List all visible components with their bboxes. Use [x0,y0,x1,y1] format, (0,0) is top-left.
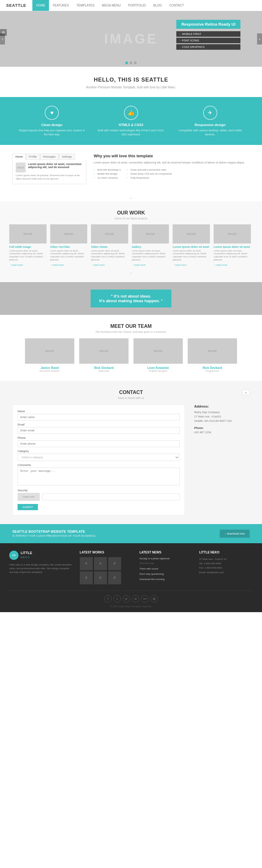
hero-dot-3[interactable] [134,61,137,64]
why-tab-profile[interactable]: Profile [26,154,40,160]
nav-item-home[interactable]: HOME [32,0,49,11]
navbar-brand[interactable]: SEATTLE [6,3,26,8]
contact-inner: Name Email Phone Category Select a categ… [12,404,250,516]
team-grid: IMAGE Janice Rand Executive Director IMA… [12,338,250,372]
work-readmore-6[interactable]: →read more [214,264,227,266]
footer-work-thumb-1[interactable]: A [80,557,93,570]
phone-title: Phone: [194,427,250,430]
comments-textarea[interactable] [17,468,180,486]
navbar-nav: HOME FEATURES TEMPLATES MEGA MENU PORTFO… [32,0,187,11]
hero-feature-css3[interactable]: ›CSS3 GRAPHICS [176,44,240,50]
team-name-3[interactable]: Leon Kowalski [134,366,183,370]
contact-up-btn[interactable]: ▲ [242,390,250,395]
work-image-5: IMAGE [173,224,210,244]
why-right: Why you will love this template Lorem ip… [94,154,250,184]
nav-item-templates[interactable]: TEMPLATES [73,0,98,11]
hero-dot-1[interactable] [125,61,128,64]
address-title: Address: [194,404,250,408]
hero-left-arrow[interactable]: ‹ [0,33,5,44]
feature-icon-plane: ✈ [203,106,217,120]
team-name-4[interactable]: Rick Deckard [188,366,237,370]
work-readmore-5[interactable]: →read more [173,264,186,266]
security-input[interactable] [42,494,180,500]
phone-input[interactable] [17,440,180,447]
work-grid: IMAGE Full width image Lorem ipsum dolor… [9,224,253,267]
footer-news-item-2: Them with cursor [139,567,193,570]
category-select[interactable]: Select a category [17,454,180,461]
work-title-5[interactable]: Lorem ipsum dolor sit amet [173,245,210,248]
why-tab-home[interactable]: Home [12,154,26,160]
feature-clean-design: ♥ Clean design Elegant layouts that help… [18,106,86,136]
why-tab-settings[interactable]: Settings [59,154,75,160]
work-readmore-3[interactable]: →read more [91,264,105,266]
work-title-2[interactable]: Video YouTube [50,245,87,248]
nav-item-mega-menu[interactable]: MEGA MENU [98,0,124,11]
phone-label: Phone [17,436,180,439]
footer-work-thumb-5[interactable]: A [94,571,107,584]
social-icon-googleplus[interactable]: g+ [123,595,130,602]
download-button[interactable]: ↓ download now [220,530,250,538]
work-readmore-2[interactable]: →read more [50,264,64,266]
footer-news-link-1[interactable]: Socialy is a photo nightmob [139,557,193,560]
footer-work-thumb-6[interactable]: A [108,571,121,584]
social-icon-linkedin[interactable]: in [132,595,139,602]
email-input[interactable] [17,427,180,434]
nav-item-features[interactable]: FEATURES [49,0,73,11]
footer-news-link-4[interactable]: Download this morning [139,578,193,581]
footer-work-thumb-3[interactable]: A [108,557,121,570]
security-row: image-verify [17,493,180,501]
why-tab-messages[interactable]: Messages [40,154,59,160]
feature-icon-thumb: 👍 [124,106,138,120]
social-icon-email[interactable]: @ [150,595,158,602]
footer-news-link-3[interactable]: Don't stop questioning [139,572,193,576]
work-title-1[interactable]: Full width image [9,245,46,248]
work-readmore-4[interactable]: →read more [132,264,146,266]
social-icon-facebook[interactable]: f [104,595,112,602]
team-image-3: IMAGE [134,338,183,364]
nav-item-portfolio[interactable]: PORTFOLIO [124,0,150,11]
why-cols: ›Built with Bootstrap 3 ›Mobile-first de… [94,168,250,180]
social-icon-rss[interactable]: rss [141,595,149,602]
team-subtitle: The Duchess took her choice, and was gon… [12,330,250,333]
download-text: SEATTLE BOOTSTRAP WEBSITE TEMPLATE IS PE… [12,530,96,537]
why-section: Home Profile Messages Settings IMAGE Lor… [0,145,262,192]
social-icon-twitter[interactable]: t [113,595,121,602]
why-list-item: ›Clean and well commented code [127,168,172,172]
work-item-2: IMAGE Video YouTube Lorem ipsum dolor si… [50,224,87,267]
submit-button[interactable]: SUBMIT [17,504,38,510]
hero-right-arrow[interactable]: › [257,33,262,44]
nav-item-blog[interactable]: BLOG [149,0,165,11]
footer-work-thumb-4[interactable]: A [80,571,93,584]
work-readmore-1[interactable]: →read more [9,264,23,266]
footer: LN LITTLE NEKO Little neko is a web desi… [0,543,262,612]
download-line1: SEATTLE BOOTSTRAP WEBSITE TEMPLATE [12,530,96,533]
hero-feature-icons[interactable]: ›FONT ICONS [176,38,240,43]
team-role-2: Salesman [79,370,128,372]
our-work-section: OUR WORK Some of our latest projects IMA… [0,202,262,282]
our-work-subtitle: Some of our latest projects [9,217,253,220]
footer-about-text: Little neko is a web design company. We … [9,563,74,574]
work-title-4[interactable]: Gallery [132,245,169,248]
work-title-3[interactable]: Video Vimeo [91,245,128,248]
name-label: Name [17,410,180,413]
hero-feature-mobile[interactable]: ›MOBILE FIRST [176,31,240,37]
work-item-3: IMAGE Video Vimeo Lorem ipsum dolor sit … [91,224,128,267]
footer-work-thumb-2[interactable]: A [94,557,107,570]
footer-logo-icon: LN [9,551,18,560]
contact-form: Name Email Phone Category Select a categ… [12,404,185,516]
footer-news-link-2[interactable]: Them with cursor [139,567,193,570]
team-name-1[interactable]: Janice Rand [25,366,74,370]
quote-text-1: " It's not about ideas. [99,294,163,299]
nav-item-contact[interactable]: CONTACT [165,0,188,11]
why-left: Home Profile Messages Settings IMAGE Lor… [12,154,86,184]
why-col-right: ›Clean and well commented code ›Smart fa… [127,168,172,180]
team-name-2[interactable]: Rick Deckard [79,366,128,370]
hero-dot-2[interactable] [130,61,133,64]
name-input[interactable] [17,414,180,421]
work-item-4: IMAGE Gallery Lorem ipsum dolor sit amet… [132,224,169,267]
footer-info-title: Little NEKO [199,551,253,554]
work-image-1: IMAGE [9,224,46,244]
why-lorem-title: Lorem ipsum dolor sit amet, consectetur … [28,162,83,169]
why-arrow-down: ⌄ [0,193,262,202]
work-title-6[interactable]: Lorem ipsum dolor sit amet [214,245,251,248]
